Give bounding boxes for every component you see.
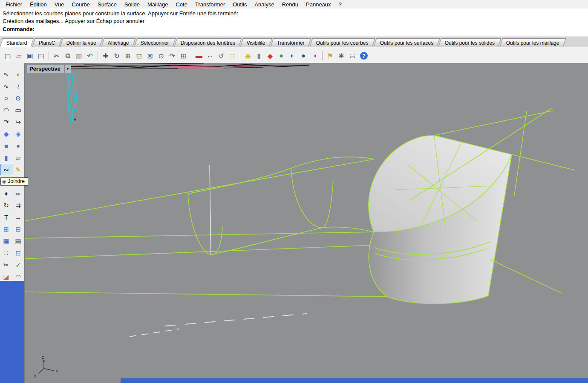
rotate-view-icon[interactable]: ↻ <box>112 51 122 61</box>
viewport-perspective[interactable]: Perspective ▾ <box>24 63 588 383</box>
tooltip-label: Joindre <box>8 178 25 184</box>
lamp-icon[interactable]: ◉ <box>243 51 253 61</box>
zoom-target-icon[interactable]: ⊙ <box>156 51 166 61</box>
tab-affichage[interactable]: Affichage <box>101 38 135 47</box>
move-icon[interactable]: ▬ <box>194 51 204 61</box>
globe-icon[interactable]: ● <box>276 51 286 61</box>
circle-icon[interactable]: ○ <box>1 93 12 103</box>
distance-icon[interactable]: ↔ <box>205 51 215 61</box>
fillet-surface-icon[interactable]: ♦ <box>1 188 12 199</box>
menu-surface[interactable]: Surface <box>94 0 121 9</box>
tab-outils-solides[interactable]: Outils pour les solides <box>438 38 502 47</box>
rotate-camera-icon[interactable]: ↷ <box>167 51 177 61</box>
menu-cote[interactable]: Cote <box>172 0 191 9</box>
menu-outils[interactable]: Outils <box>229 0 251 9</box>
dimension-icon[interactable]: ↔ <box>13 212 24 223</box>
sphere-blue-icon[interactable]: ● <box>298 51 308 61</box>
arc-icon[interactable]: ◠ <box>1 105 12 115</box>
tab-visibilite[interactable]: Visibilité <box>240 38 272 47</box>
tab-definir-la-vue[interactable]: Définir la vue <box>60 38 103 47</box>
ellipse-icon[interactable]: ⊙ <box>13 93 24 103</box>
menu-panneaux[interactable]: Panneaux <box>302 0 335 9</box>
tab-outils-courbes[interactable]: Outils pour les courbes <box>310 38 375 47</box>
pan-icon[interactable]: ✚ <box>101 51 111 61</box>
check-icon[interactable]: ✓ <box>13 260 24 270</box>
orient-icon[interactable]: ↺ <box>216 51 226 61</box>
viewport-layout-icon[interactable]: ⊞ <box>178 51 188 61</box>
array-icon[interactable]: ⊞ <box>1 224 12 234</box>
shade-icon[interactable]: ◐ <box>287 51 297 61</box>
zoom-window-icon[interactable]: ⊡ <box>134 51 144 61</box>
pen-icon[interactable]: ✎ <box>13 164 24 175</box>
trim-icon[interactable]: ✂ <box>1 260 12 270</box>
point-icon[interactable]: ∘ <box>13 69 24 80</box>
new-file-icon[interactable]: ▢ <box>3 51 13 61</box>
solid-cylinder-icon[interactable]: ▮ <box>1 152 12 163</box>
render-icon[interactable]: ◑ <box>309 51 320 61</box>
tab-transformer[interactable]: Transformer <box>271 38 311 47</box>
menu-solide[interactable]: Solide <box>121 0 144 9</box>
open-folder-icon[interactable]: ▱ <box>14 51 24 61</box>
join-icon[interactable]: ∾ <box>1 164 12 175</box>
save-icon[interactable]: ▣ <box>25 51 35 61</box>
hatch-icon[interactable]: ▤ <box>13 236 24 246</box>
menu-vue[interactable]: Vue <box>51 0 68 9</box>
surface-corner-icon[interactable]: ◆ <box>1 129 12 139</box>
rectangle-icon[interactable]: ▭ <box>13 105 24 115</box>
tab-plansc[interactable]: PlansC <box>32 38 61 47</box>
zoom-extents-icon[interactable]: ⊠ <box>145 51 155 61</box>
axis-labels: z x y <box>34 355 58 378</box>
sidebar-empty-dock <box>0 281 24 383</box>
mirror-icon[interactable]: ⊟ <box>13 224 24 234</box>
viewport-title-label[interactable]: Perspective <box>27 65 64 73</box>
menu-rendu[interactable]: Rendu <box>278 0 302 9</box>
menu-analyse[interactable]: Analyse <box>251 0 278 9</box>
zoom-icon[interactable]: ⊕ <box>123 51 133 61</box>
points-grid-icon[interactable]: ∷ <box>1 248 12 258</box>
layer-icon[interactable]: ◆ <box>265 51 275 61</box>
command-prompt-input[interactable]: Commande: <box>3 25 585 33</box>
menu-aide[interactable]: ? <box>335 0 346 9</box>
text-icon[interactable]: T <box>1 212 12 223</box>
tab-selectionner[interactable]: Sélectionner <box>134 38 176 47</box>
tab-outils-maillages[interactable]: Outils pour les maillage <box>500 38 566 47</box>
copy-icon[interactable]: ⧉ <box>63 51 73 61</box>
snap-icon[interactable]: ∺ <box>347 51 357 61</box>
menu-courbe[interactable]: Courbe <box>68 0 94 9</box>
menu-fichier[interactable]: Fichier <box>2 0 26 9</box>
surface-grid-icon[interactable]: ▦ <box>1 236 12 246</box>
solid-sphere-icon[interactable]: ● <box>13 140 24 151</box>
offset-icon[interactable]: ⇉ <box>13 200 24 211</box>
curve-handle-icon[interactable]: ↪ <box>13 117 24 127</box>
curve-blend-icon[interactable]: ↷ <box>1 117 12 127</box>
menu-transformer[interactable]: Transformer <box>191 0 229 9</box>
lock-icon[interactable]: ▮ <box>254 51 264 61</box>
revolve-icon[interactable]: ↻ <box>1 200 12 211</box>
print-icon[interactable]: ▤ <box>36 51 46 61</box>
menu-maillage[interactable]: Maillage <box>144 0 172 9</box>
polyline-icon[interactable]: ∿ <box>1 81 12 91</box>
viewport-menu-arrow-icon[interactable]: ▾ <box>64 65 71 73</box>
surface-patch-icon[interactable]: ◈ <box>13 129 24 139</box>
tab-standard[interactable]: Standard <box>0 38 34 47</box>
tab-disposition-des-fenetres[interactable]: Disposition des fenêtres <box>174 38 242 47</box>
blend-icon[interactable]: ∞ <box>13 188 24 199</box>
tab-outils-surfaces[interactable]: Outils pour les surfaces <box>373 38 440 47</box>
block-icon[interactable]: ⊡ <box>13 248 24 258</box>
solid-box-icon[interactable]: ■ <box>1 140 12 151</box>
tooltip-joindre: ◉ Joindre <box>0 177 28 186</box>
solid-plane-icon[interactable]: ▱ <box>13 152 24 163</box>
menu-edition[interactable]: Édition <box>26 0 51 9</box>
points-icon[interactable]: ∷ <box>227 51 237 61</box>
cut-icon[interactable]: ✂ <box>52 51 62 61</box>
scene-svg[interactable]: z x y <box>25 63 588 383</box>
gear-icon[interactable]: ✱ <box>336 51 346 61</box>
viewport-title[interactable]: Perspective ▾ <box>26 65 71 73</box>
flag-icon[interactable]: ⚑ <box>325 51 335 61</box>
help-icon[interactable]: ? <box>360 52 368 60</box>
toolbar-separator <box>191 51 191 60</box>
undo-icon[interactable]: ↶ <box>85 51 95 61</box>
curve-interpolate-icon[interactable]: ≀ <box>13 81 24 91</box>
paste-icon[interactable]: ▥ <box>74 51 84 61</box>
select-pointer-icon[interactable]: ↖ <box>1 69 12 80</box>
